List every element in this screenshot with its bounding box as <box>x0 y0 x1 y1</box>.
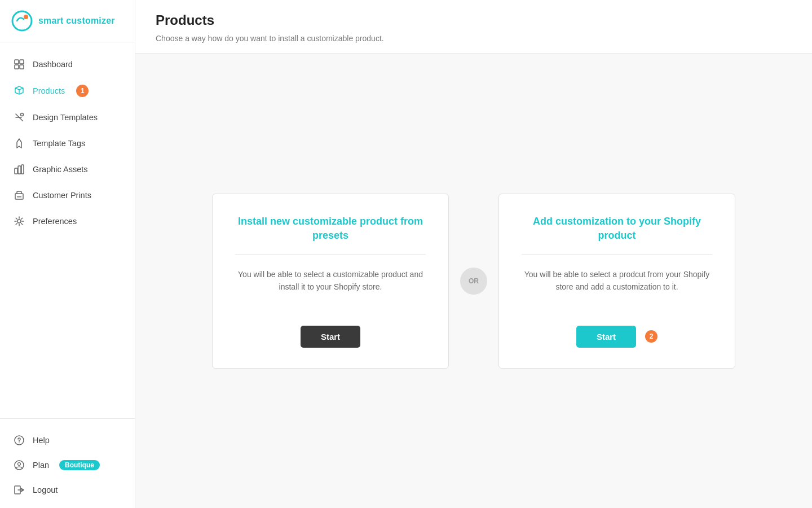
svg-rect-14 <box>17 196 21 198</box>
sidebar-item-preferences[interactable]: Preferences <box>0 208 135 234</box>
card2-badge: 2 <box>645 330 657 343</box>
sidebar-item-template-tags[interactable]: Template Tags <box>0 130 135 156</box>
card2-divider <box>522 254 712 255</box>
card1-description: You will be able to select a customizabl… <box>235 268 426 310</box>
install-preset-card: Install new customizable product from pr… <box>212 194 449 369</box>
card2-button-row: Start 2 <box>576 326 657 348</box>
plan-icon <box>14 459 25 471</box>
card2-description: You will be able to select a prodcut fro… <box>522 268 712 310</box>
card1-title: Install new customizable product from pr… <box>235 214 426 243</box>
page-subtitle: Choose a way how do you want to install … <box>156 34 792 43</box>
add-customization-card: Add customization to your Shopify produc… <box>498 194 735 369</box>
products-icon <box>14 85 25 97</box>
logo-area: smart customizer <box>0 0 135 42</box>
svg-marker-9 <box>17 139 21 148</box>
graphic-assets-icon <box>14 164 25 175</box>
preferences-icon <box>14 216 25 227</box>
svg-point-8 <box>21 113 24 116</box>
sidebar-item-graphic-assets[interactable]: Graphic Assets <box>0 156 135 182</box>
dashboard-icon <box>14 59 25 70</box>
card2-title: Add customization to your Shopify produc… <box>522 214 712 243</box>
cards-area: Install new customizable product from pr… <box>135 54 812 508</box>
template-tags-icon <box>14 138 25 149</box>
sidebar-item-plan[interactable]: Plan Boutique <box>0 453 135 478</box>
main-content: Products Choose a way how do you want to… <box>135 0 812 508</box>
sidebar-item-label-logout: Logout <box>33 485 58 494</box>
card2-start-button[interactable]: Start <box>576 326 636 348</box>
design-templates-icon <box>14 112 25 123</box>
plan-badge: Boutique <box>59 460 100 470</box>
page-title: Products <box>156 12 792 28</box>
customer-prints-icon <box>14 190 25 201</box>
svg-rect-10 <box>15 168 17 174</box>
sidebar-item-label-template-tags: Template Tags <box>33 139 85 148</box>
or-separator: OR <box>460 268 487 295</box>
page-header: Products Choose a way how do you want to… <box>135 0 812 54</box>
sidebar-item-design-templates[interactable]: Design Templates <box>0 104 135 130</box>
logout-icon <box>14 484 25 496</box>
svg-rect-4 <box>15 65 19 69</box>
sidebar-item-logout[interactable]: Logout <box>0 478 135 502</box>
main-nav: Dashboard Products 1 <box>0 42 135 418</box>
svg-point-0 <box>12 11 32 30</box>
sidebar-item-label-design-templates: Design Templates <box>33 113 98 122</box>
sidebar-item-products[interactable]: Products 1 <box>0 77 135 104</box>
svg-rect-2 <box>15 60 19 64</box>
svg-rect-5 <box>20 65 24 69</box>
svg-point-19 <box>18 463 21 466</box>
sidebar-item-dashboard[interactable]: Dashboard <box>0 51 135 77</box>
card1-start-button[interactable]: Start <box>301 326 360 348</box>
products-badge: 1 <box>76 85 89 97</box>
sidebar-bottom: Help Plan Boutique Log <box>0 418 135 508</box>
app-logo-icon <box>11 10 33 32</box>
svg-point-15 <box>17 220 21 223</box>
sidebar-item-customer-prints[interactable]: Customer Prints <box>0 182 135 208</box>
help-icon <box>14 435 25 446</box>
sidebar: smart customizer Dashboard <box>0 0 135 508</box>
svg-point-17 <box>19 443 20 444</box>
sidebar-item-label-graphic-assets: Graphic Assets <box>33 165 88 174</box>
card1-divider <box>235 254 426 255</box>
sidebar-item-label-help: Help <box>33 436 50 445</box>
app-logo-text: smart customizer <box>38 16 115 26</box>
svg-rect-12 <box>21 165 24 174</box>
svg-rect-11 <box>18 166 21 174</box>
svg-point-1 <box>24 15 28 19</box>
sidebar-item-label-dashboard: Dashboard <box>33 60 73 69</box>
sidebar-item-help[interactable]: Help <box>0 428 135 453</box>
sidebar-item-label-products: Products <box>33 86 65 95</box>
sidebar-item-label-customer-prints: Customer Prints <box>33 191 91 200</box>
svg-rect-3 <box>20 60 24 64</box>
sidebar-item-label-preferences: Preferences <box>33 217 77 226</box>
sidebar-item-label-plan: Plan <box>33 461 49 470</box>
